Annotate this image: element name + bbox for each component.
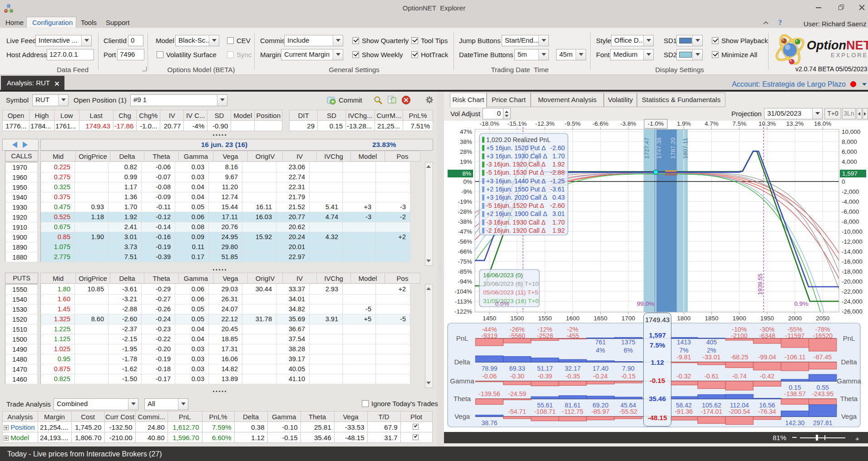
svg-text:-138.57: -138.57: [784, 390, 806, 397]
svg-text:-54.71: -54.71: [508, 408, 526, 415]
svg-text:10/06/2023 (6) T+10: 10/06/2023 (6) T+10: [483, 280, 538, 287]
svg-text:+3 16jun. 2020 Call Δ: +3 16jun. 2020 Call Δ: [486, 194, 547, 201]
svg-text:3.01: 3.01: [552, 210, 565, 217]
svg-text:-5 16jun. 1530 Put Δ: -5 16jun. 1530 Put Δ: [486, 169, 544, 176]
svg-text:2%: 2%: [707, 347, 716, 354]
svg-text:Vega: Vega: [454, 412, 470, 420]
svg-text:31/05/2023 (16) T+0: 31/05/2023 (16) T+0: [483, 298, 538, 304]
svg-text:-0.15: -0.15: [621, 373, 636, 380]
svg-text:-455: -455: [566, 332, 579, 339]
svg-text:78.99: 78.99: [481, 365, 497, 372]
svg-text:1.92: 1.92: [552, 161, 565, 168]
svg-text:-9319: -9319: [481, 332, 498, 339]
svg-text:-33.01: -33.01: [703, 353, 721, 361]
svg-text:17.40: 17.40: [592, 365, 608, 372]
svg-text:PnL: PnL: [456, 334, 469, 342]
svg-text:-243.95: -243.95: [812, 390, 833, 397]
svg-text:16/06/2023 (0): 16/06/2023 (0): [483, 272, 523, 279]
svg-text:Theta: Theta: [840, 395, 858, 402]
svg-text:-91.36: -91.36: [675, 408, 693, 415]
svg-text:-106.11: -106.11: [784, 353, 806, 361]
svg-text:+3 16jun. 1930 Call Δ: +3 16jun. 1930 Call Δ: [486, 152, 547, 160]
svg-text:+3 16jun. 1440 Put Δ: +3 16jun. 1440 Put Δ: [486, 177, 546, 185]
svg-text:-68.25: -68.25: [730, 353, 749, 361]
svg-text:+2 16jun. 1550 Put Δ: +2 16jun. 1550 Put Δ: [486, 186, 546, 193]
svg-text:-3.61: -3.61: [550, 186, 565, 193]
svg-text:-0.39: -0.39: [538, 373, 552, 380]
svg-text:-139.56: -139.56: [478, 390, 500, 397]
svg-text:761: 761: [595, 338, 606, 346]
svg-text:0.0%: 0.0%: [495, 300, 509, 307]
svg-text:05/06/2023 (11) T+5: 05/06/2023 (11) T+5: [483, 289, 538, 296]
svg-text:-0.61: -0.61: [704, 373, 719, 380]
svg-text:-2.60: -2.60: [550, 202, 565, 209]
svg-text:-1.25: -1.25: [550, 177, 565, 185]
svg-text:1413: 1413: [677, 338, 691, 346]
svg-text:-112.75: -112.75: [562, 408, 583, 415]
svg-text:-0.42: -0.42: [760, 373, 774, 380]
svg-text:-174.01: -174.01: [701, 408, 723, 415]
svg-text:-24.59: -24.59: [508, 390, 526, 397]
svg-text:69.33: 69.33: [509, 365, 525, 372]
svg-text:6%: 6%: [624, 347, 633, 354]
svg-text:-6348: -6348: [759, 332, 775, 339]
svg-text:-0.32: -0.32: [676, 373, 691, 380]
svg-text:Gamma: Gamma: [450, 377, 474, 385]
svg-text:-2528: -2528: [537, 332, 553, 339]
svg-text:-2.88: -2.88: [550, 169, 565, 176]
svg-text:Delta: Delta: [454, 358, 470, 366]
svg-text:-0.06: -0.06: [482, 373, 497, 380]
svg-text:-99.04: -99.04: [758, 353, 776, 361]
svg-text:-2 16jun. 1920 Call Δ: -2 16jun. 1920 Call Δ: [486, 227, 546, 234]
svg-text:142.30: 142.30: [785, 419, 805, 427]
svg-text:-11597: -11597: [785, 332, 805, 339]
svg-text:1.70: 1.70: [552, 152, 565, 160]
svg-text:-0.35: -0.35: [566, 373, 580, 380]
svg-text:PnL: PnL: [843, 334, 855, 342]
svg-text:-87.45: -87.45: [814, 353, 832, 361]
svg-text:-0.30: -0.30: [510, 373, 524, 380]
svg-text:38.76: 38.76: [481, 419, 497, 427]
svg-text:1.92: 1.92: [552, 227, 565, 234]
svg-text:-0.74: -0.74: [732, 373, 747, 380]
svg-text:-5560: -5560: [509, 332, 525, 339]
svg-text:7%: 7%: [679, 347, 688, 354]
svg-text:-85.97: -85.97: [592, 408, 610, 415]
svg-text:Theta: Theta: [454, 395, 471, 402]
svg-text:1,020.20 Realized PnL: 1,020.20 Realized PnL: [486, 136, 551, 143]
svg-text:-76.34: -76.34: [758, 408, 776, 415]
svg-text:32.17: 32.17: [565, 365, 581, 372]
svg-text:-5 16jun. 1520 Put Δ: -5 16jun. 1520 Put Δ: [486, 202, 544, 209]
svg-text:Delta: Delta: [841, 358, 857, 366]
svg-text:-108.71: -108.71: [534, 408, 556, 415]
svg-text:Vega: Vega: [841, 412, 857, 420]
svg-text:+5 16jun. 1520 Put Δ: +5 16jun. 1520 Put Δ: [486, 144, 546, 152]
svg-text:-55.52: -55.52: [619, 408, 637, 415]
svg-text:1375: 1375: [621, 338, 635, 346]
svg-text:-3 16jun. 1930 Call Δ: -3 16jun. 1930 Call Δ: [486, 219, 546, 226]
svg-text:-2100: -2100: [731, 332, 748, 339]
svg-text:-200.54: -200.54: [729, 408, 750, 415]
svg-text:-3 16jun. 1920 Call Δ: -3 16jun. 1920 Call Δ: [486, 161, 546, 168]
svg-text:4%: 4%: [596, 347, 605, 354]
svg-text:-9.81: -9.81: [676, 353, 691, 361]
svg-text:-16520: -16520: [813, 332, 833, 339]
svg-text:-2.60: -2.60: [550, 144, 565, 152]
svg-text:7.90: 7.90: [622, 365, 634, 372]
svg-text:51.17: 51.17: [537, 365, 553, 372]
svg-text:+2 16jun. 1900 Call Δ: +2 16jun. 1900 Call Δ: [486, 210, 547, 217]
svg-text:405: 405: [706, 338, 717, 346]
svg-text:1.70: 1.70: [552, 219, 565, 226]
svg-text:Gamma: Gamma: [837, 377, 861, 385]
svg-text:0.43: 0.43: [552, 194, 565, 201]
svg-text:297.81: 297.81: [813, 419, 833, 427]
svg-text:-0.24: -0.24: [593, 373, 608, 380]
